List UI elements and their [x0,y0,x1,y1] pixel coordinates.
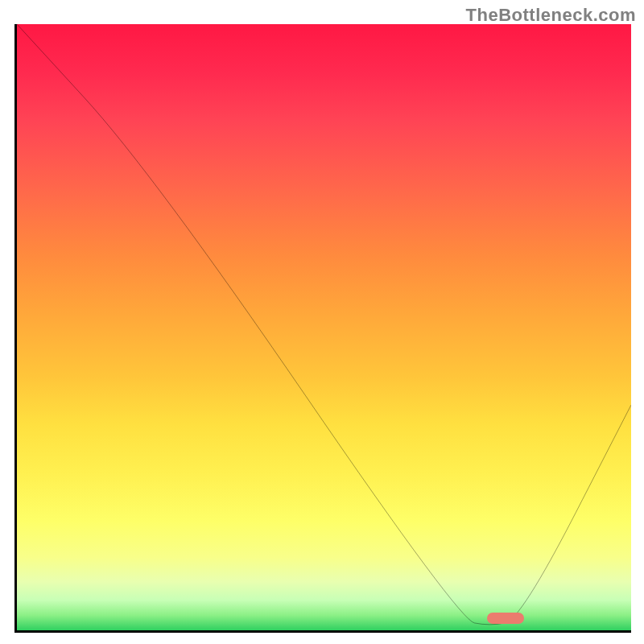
plot-area [14,24,631,633]
curve-path [17,24,631,625]
chart-container: TheBottleneck.com [0,0,644,644]
watermark-text: TheBottleneck.com [466,5,636,26]
minimum-marker [487,613,524,624]
curve-layer [17,24,631,633]
